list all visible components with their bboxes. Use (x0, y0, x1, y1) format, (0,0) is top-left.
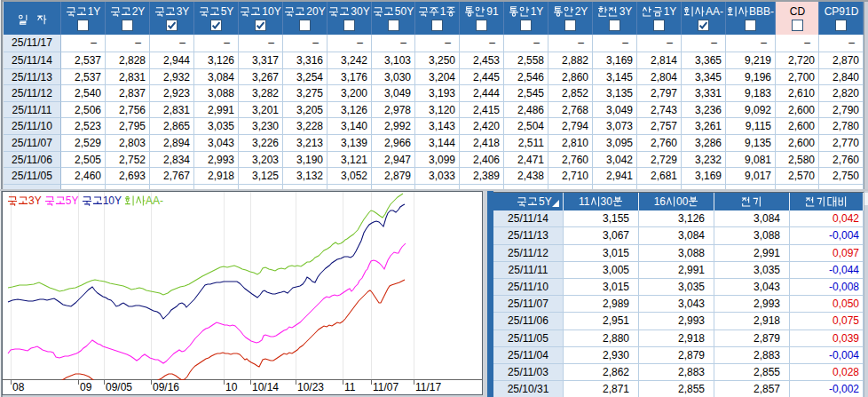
svg-text:09/05: 09/05 (106, 381, 132, 393)
svg-text:10: 10 (225, 381, 238, 393)
svg-text:08: 08 (12, 381, 25, 393)
svg-text:10/23: 10/23 (297, 381, 324, 393)
svg-text:09: 09 (80, 381, 92, 393)
svg-text:11/17: 11/17 (415, 381, 441, 393)
svg-text:09/16: 09/16 (153, 381, 179, 393)
svg-text:11/07: 11/07 (373, 381, 398, 393)
svg-text:11: 11 (344, 381, 356, 393)
svg-text:10/14: 10/14 (252, 381, 279, 393)
